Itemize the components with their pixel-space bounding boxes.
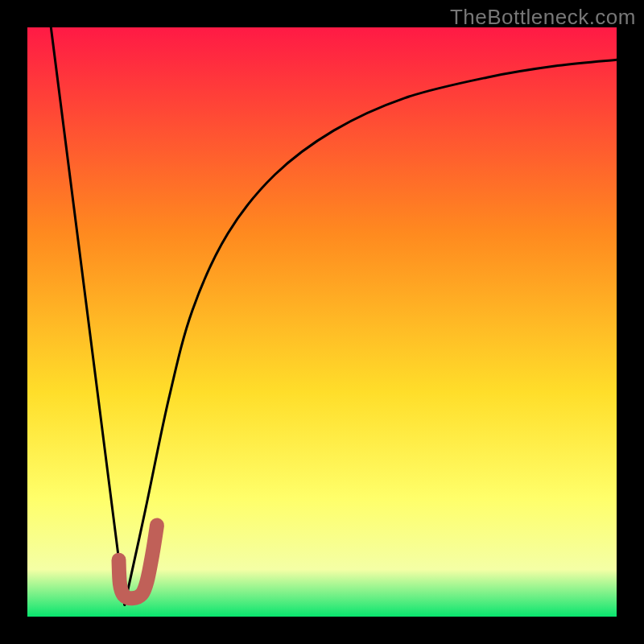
chart-frame: TheBottleneck.com [0,0,644,644]
chart-svg [0,0,644,644]
watermark-text: TheBottleneck.com [450,5,636,30]
